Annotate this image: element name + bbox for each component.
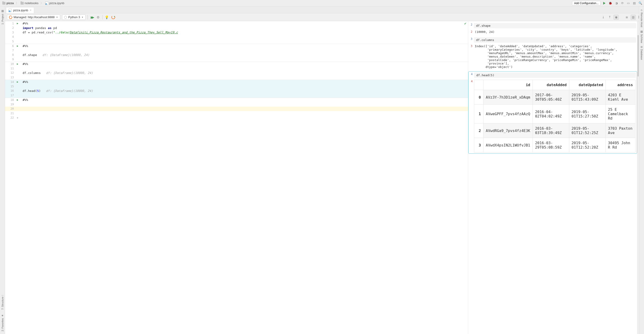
breadcrumb-root[interactable]: pizza xyxy=(2,1,15,5)
code-text[interactable]: #%% xyxy=(20,80,28,84)
output-move-down-icon[interactable]: ⤓ xyxy=(601,15,606,20)
restart-kernel-icon[interactable] xyxy=(111,15,116,19)
run-cell-icon[interactable]: ▶ xyxy=(16,22,20,25)
run-cell-icon[interactable]: ▶ xyxy=(16,62,20,65)
line-number: 14 xyxy=(5,80,16,84)
folder-icon xyxy=(2,2,6,4)
line-number: 21 xyxy=(5,112,16,115)
table-row[interactable]: 2AVwdRGa9_7pvs4fz4E3K2016-03-03T18:39:49… xyxy=(474,124,636,138)
run-cell-icon[interactable]: ▶ xyxy=(16,98,20,101)
code-line[interactable]: 22+ xyxy=(5,116,468,120)
table-header[interactable]: dateAdded xyxy=(532,80,569,90)
tool-window-database[interactable]: ≣Database xyxy=(640,44,644,61)
code-line[interactable]: 3df = pd.read_csv("../data/Datafiniti_Pi… xyxy=(5,30,468,35)
breadcrumb-separator: 〉 xyxy=(40,1,43,5)
code-text[interactable]: #%% xyxy=(20,98,28,102)
line-number: 16 xyxy=(5,89,16,92)
code-text[interactable]: df.head(5) df: {DataFrame}(10000, 24) xyxy=(20,89,93,93)
code-text[interactable]: df.shape df: {DataFrame}(10000, 24) xyxy=(20,53,90,57)
code-editor[interactable]: ✔︎ 1▶#%%2import pandas as pd3df = pd.rea… xyxy=(5,21,468,334)
debug-icon[interactable]: 🐞 xyxy=(608,1,613,5)
code-line[interactable]: 10▶#%% xyxy=(5,62,468,66)
code-text[interactable]: df = pd.read_csv("../data/Datafiniti_Piz… xyxy=(20,31,178,34)
code-line[interactable]: 11 xyxy=(5,66,468,71)
stop-icon[interactable]: ▭ xyxy=(626,1,630,5)
code-line[interactable]: 14▶#%% xyxy=(5,80,468,84)
output-toggle-icon[interactable]: ◉ xyxy=(614,15,619,20)
line-number: 1 xyxy=(5,22,16,25)
out-prompt-number: 3 xyxy=(468,44,474,48)
view-list-icon[interactable]: ≣ xyxy=(624,15,629,20)
search-icon[interactable]: 🔍 xyxy=(638,1,642,5)
scrollbar[interactable] xyxy=(637,21,639,334)
code-line[interactable]: 1▶#%% xyxy=(5,21,468,26)
cell-input[interactable]: df.columns xyxy=(474,37,636,43)
view-split-icon[interactable]: ▥ xyxy=(630,15,636,20)
code-text[interactable]: df.columns df: {DataFrame}(10000, 24) xyxy=(20,71,93,75)
table-row[interactable]: 0AVz3Y-7h3D1zeR_xDAqm2017-06-30T05:05:40… xyxy=(474,90,636,105)
code-line[interactable]: 21 xyxy=(5,111,468,116)
update-icon[interactable]: ⟳ xyxy=(620,1,624,5)
tool-window-project[interactable]: 1: Project▦ xyxy=(0,8,4,26)
line-number: 6 xyxy=(5,44,16,48)
jupyter-server-combo[interactable]: Managed: http://localhost:8888 ▼ xyxy=(7,14,60,20)
tool-window-remote-host[interactable]: ⎋Remote Host xyxy=(640,7,644,28)
code-line[interactable]: 16df.head(5) df: {DataFrame}(10000, 24) xyxy=(5,89,468,93)
dataframe-table[interactable]: iddateAddeddateUpdatedaddress0AVz3Y-7h3D… xyxy=(474,80,636,153)
tool-window-favorites[interactable]: 2: Favorites★ xyxy=(0,313,4,333)
tool-window-structure[interactable]: 7: Structure⁝ xyxy=(0,294,4,311)
tool-window-sciview[interactable]: ▦SciView xyxy=(640,28,644,44)
code-line[interactable]: 8df.shape df: {DataFrame}(10000, 24) xyxy=(5,53,468,57)
code-text[interactable]: #%% xyxy=(20,44,28,48)
code-line[interactable]: 9 xyxy=(5,57,468,62)
output-cell: 3 df.columns 3 Index(['id', 'dateAdded',… xyxy=(468,36,637,70)
code-line[interactable]: 5 xyxy=(5,39,468,44)
intention-bulb-icon[interactable]: 💡 xyxy=(104,15,109,19)
cell-input[interactable]: df.shape xyxy=(474,23,636,28)
code-text[interactable]: #%% xyxy=(20,22,28,25)
code-line[interactable]: 13 xyxy=(5,75,468,80)
add-configuration-button[interactable]: Add Configuration... xyxy=(572,1,601,5)
table-header[interactable]: id xyxy=(484,80,533,90)
jupyter-icon xyxy=(9,16,12,19)
code-line[interactable]: 17 xyxy=(5,93,468,98)
breadcrumb-file[interactable]: pizza.ipynb xyxy=(44,1,65,5)
breadcrumb-folder[interactable]: notebooks xyxy=(20,1,40,5)
table-row[interactable]: 1AVweGPFF_7pvs4fzAAzQ2016-04-02T04:02:49… xyxy=(474,105,636,124)
table-row[interactable]: 3AVwdX4psIN2L1WUfvJB12016-03-29T05:08:59… xyxy=(474,138,636,153)
code-line[interactable]: 20 xyxy=(5,107,468,111)
code-line[interactable]: 6▶#%% xyxy=(5,44,468,48)
coverage-icon[interactable]: ◑ xyxy=(614,1,619,5)
table-header[interactable] xyxy=(474,80,484,90)
editor-tab[interactable]: pizza.ipynb ✕ xyxy=(6,7,34,13)
code-line[interactable]: 4 xyxy=(5,35,468,39)
row-index: 0 xyxy=(474,90,484,105)
code-line[interactable]: 7 xyxy=(5,48,468,53)
table-header[interactable]: address xyxy=(606,80,635,90)
scrollbar-thumb[interactable] xyxy=(638,35,639,76)
in-prompt-number: 3 xyxy=(468,37,474,40)
code-line[interactable]: 2import pandas as pd xyxy=(5,26,468,30)
table-header[interactable]: dateUpdated xyxy=(569,80,606,90)
structure-icon: ⁝ xyxy=(1,295,4,296)
code-line[interactable]: 15 xyxy=(5,84,468,89)
run-settings-icon[interactable]: ⚙ xyxy=(96,15,100,19)
code-text[interactable]: #%% xyxy=(20,62,28,66)
run-icon[interactable] xyxy=(602,1,607,5)
kernel-combo[interactable]: Python 3 ▼ xyxy=(62,14,86,20)
cell-output-text: Index(['id', 'dateAdded', 'dateUpdated',… xyxy=(474,43,617,70)
code-line[interactable]: 12df.columns df: {DataFrame}(10000, 24) xyxy=(5,71,468,75)
sciview-icon: ▦ xyxy=(640,30,643,33)
code-text[interactable]: import pandas as pd xyxy=(20,26,57,30)
output-move-up-icon[interactable]: ⤒ xyxy=(607,15,612,20)
run-cell-icon[interactable]: ▶ xyxy=(16,44,20,47)
close-icon[interactable]: ✕ xyxy=(30,9,32,12)
run-cell-icon[interactable]: ▶ xyxy=(16,80,20,83)
run-all-icon[interactable]: ▶▶ xyxy=(90,15,94,19)
code-line[interactable]: 18▶#%% xyxy=(5,98,468,102)
add-cell-icon[interactable]: + xyxy=(16,116,20,120)
chevron-down-icon: ▼ xyxy=(82,16,84,18)
cell-input[interactable]: df.head(5) xyxy=(474,73,636,78)
code-line[interactable]: 19 xyxy=(5,102,468,107)
layout-icon[interactable]: ▤ xyxy=(632,1,636,5)
